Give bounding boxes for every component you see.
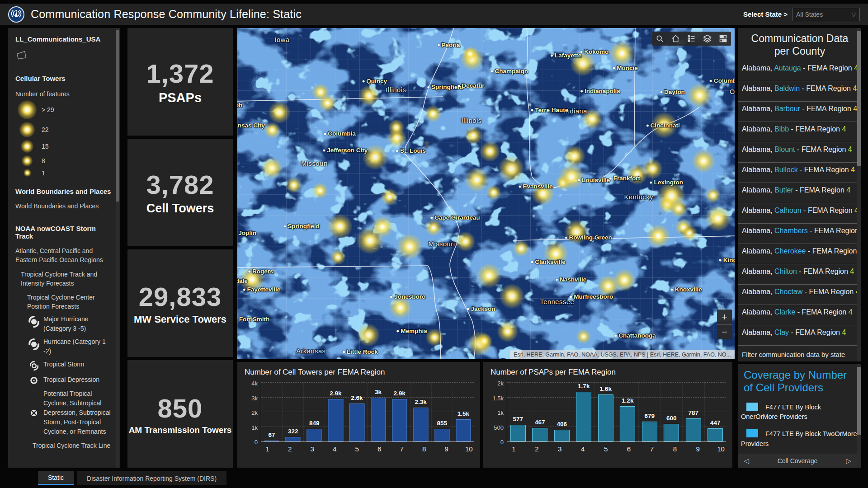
tab-static[interactable]: Static (38, 471, 74, 485)
county-state: Alabama, (742, 288, 774, 296)
coverage-panel-title: Coverage by Number of Cell Providers (738, 364, 861, 395)
county-data-panel: Communication Data per County Alabama, A… (738, 28, 861, 361)
legend-scrollbar-thumb[interactable] (116, 30, 119, 202)
bar-group[interactable]: 679 (638, 383, 660, 441)
bar-group[interactable]: 1.6k (594, 383, 617, 441)
bar[interactable] (510, 425, 526, 442)
bar-group[interactable]: 849 (303, 383, 325, 441)
county-row[interactable]: Alabama, Clay - FEMA Region 4 (738, 325, 861, 346)
previous-page-icon[interactable]: ◁ (738, 457, 755, 465)
bar[interactable] (264, 441, 279, 441)
bar-group[interactable]: 577 (507, 383, 529, 441)
bar-value-label: 577 (507, 416, 529, 422)
bar-group[interactable]: 406 (551, 383, 573, 441)
tab-disaster-information-reporting-system-dirs[interactable]: Disaster Information Reporting System (D… (77, 471, 226, 485)
city-dot (551, 55, 553, 57)
city-dot (427, 86, 429, 89)
bar[interactable] (349, 404, 364, 442)
coverage-map[interactable]: IowaIllinoisIllinoisIndianaMissouriMisso… (237, 28, 735, 359)
bar-group[interactable]: 1.7k (573, 383, 595, 441)
county-row[interactable]: Alabama, Autauga - FEMA Region 4 (738, 61, 861, 81)
bar-group[interactable]: 447 (704, 383, 726, 441)
county-row[interactable]: Alabama, Barbour - FEMA Region 4 (738, 102, 861, 122)
city-label: Indianapolis (580, 87, 620, 94)
bar[interactable] (620, 406, 635, 441)
bar[interactable] (686, 418, 701, 441)
zoom-in-button[interactable]: + (717, 310, 732, 324)
fema-region-value: 4 (853, 84, 857, 92)
bar[interactable] (286, 437, 301, 441)
bar-group[interactable]: 67 (261, 383, 282, 441)
home-icon[interactable] (668, 32, 684, 46)
bar[interactable] (307, 429, 322, 441)
next-page-icon[interactable]: ▷ (840, 457, 857, 465)
bar[interactable] (576, 392, 591, 442)
x-tick-label: 1 (502, 442, 525, 453)
fema-region-label: - FEMA Region (798, 166, 851, 174)
bar[interactable] (328, 399, 343, 441)
bar[interactable] (642, 422, 657, 441)
county-row[interactable]: Alabama, Bibb - FEMA Region 4 (738, 122, 861, 142)
coverage-scrollbar-thumb[interactable] (857, 367, 861, 435)
stat-value: 29,833 (139, 282, 222, 312)
coverage-pager: ◁ Cell Coverage ▷ (738, 454, 857, 468)
county-row[interactable]: Alabama, Bullock - FEMA Region 4 (738, 163, 861, 183)
county-row[interactable]: Alabama, Butler - FEMA Region 4 (738, 183, 861, 203)
bar-group[interactable]: 1.2k (617, 383, 639, 441)
bar[interactable] (456, 419, 471, 441)
bar-group[interactable]: 2.3k (410, 383, 431, 441)
bar-group[interactable]: 2.6k (346, 383, 367, 441)
x-tick-label: 3 (548, 442, 571, 453)
bar[interactable] (664, 424, 679, 441)
bar-group[interactable]: 3k (367, 383, 388, 441)
city-dot (243, 288, 245, 291)
bar-group[interactable]: 787 (682, 383, 704, 441)
y-tick-label: 0 (255, 439, 258, 446)
bar-group[interactable]: 1.5k (453, 383, 474, 441)
county-scrollbar-thumb[interactable] (857, 31, 861, 166)
city-dot (556, 279, 558, 281)
bar-group[interactable]: 467 (529, 383, 551, 441)
bar-group[interactable]: 2.9k (325, 383, 346, 441)
county-row[interactable]: Alabama, Blount - FEMA Region 4 (738, 142, 861, 163)
storm-legend-label: Tropical Depression (43, 375, 99, 385)
stat-label: MW Service Towers (134, 314, 226, 325)
bar[interactable] (371, 398, 386, 442)
bar[interactable] (598, 394, 613, 441)
fema-region-label: - FEMA Region (802, 206, 854, 214)
bar[interactable] (554, 430, 570, 441)
county-row[interactable]: Alabama, Baldwin - FEMA Region 4 (738, 81, 861, 102)
bar[interactable] (392, 399, 407, 441)
bar[interactable] (413, 408, 428, 441)
county-scrollbar[interactable] (857, 28, 861, 361)
bar[interactable] (434, 429, 449, 441)
county-state: Alabama, (742, 308, 774, 316)
county-row[interactable]: Alabama, Chilton - FEMA Region 4 (738, 264, 861, 285)
bar-group[interactable]: 600 (660, 383, 683, 441)
bar-group[interactable]: 322 (282, 383, 303, 441)
fema-region-label: - FEMA Region (800, 84, 853, 92)
state-dropdown[interactable]: All States ▽ (792, 8, 860, 21)
search-icon[interactable] (652, 32, 668, 46)
feature-size-row: > 29 (15, 99, 113, 120)
county-row[interactable]: Alabama, Cherokee - FEMA Region 4 (738, 244, 861, 264)
basemap-icon[interactable] (715, 32, 731, 46)
coverage-legend-item: F477 LTE By Block OnerOrMore Providers (738, 403, 861, 422)
layers-icon[interactable] (699, 32, 715, 46)
zoom-out-button[interactable]: − (717, 324, 732, 339)
bar[interactable] (708, 428, 723, 441)
county-row[interactable]: Alabama, Calhoun - FEMA Region 4 (738, 203, 861, 224)
legend-scrollbar[interactable] (116, 28, 119, 468)
county-row[interactable]: Alabama, Clarke - FEMA Region 4 (738, 305, 861, 325)
city-label: Louisville (578, 176, 610, 183)
coverage-scrollbar[interactable] (857, 364, 861, 468)
bar-group[interactable]: 2.9k (389, 383, 410, 441)
y-tick-label: 1k (497, 409, 504, 416)
county-row[interactable]: Alabama, Chambers - FEMA Region 4 (738, 224, 861, 244)
chart-x-axis: 12345678910 (502, 442, 732, 453)
bar[interactable] (532, 428, 547, 441)
bar-group[interactable]: 855 (431, 383, 453, 441)
county-row[interactable]: Alabama, Choctaw - FEMA Region 4 (738, 285, 861, 305)
bar-value-label: 467 (529, 419, 551, 426)
legend-icon[interactable] (684, 32, 699, 46)
